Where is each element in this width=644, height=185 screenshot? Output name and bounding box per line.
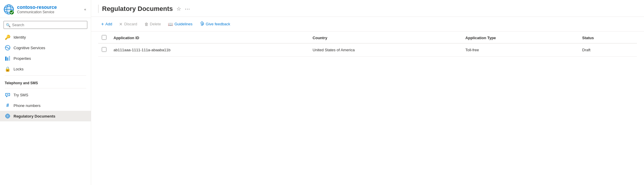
row-checkbox-cell [98,43,110,57]
sidebar-item-identity[interactable]: 🔑 Identity [0,32,91,42]
add-label: Add [105,22,112,26]
sidebar-item-locks-label: Locks [14,67,24,71]
add-icon: + [101,22,104,27]
svg-rect-8 [7,57,8,61]
discard-label: Discard [124,22,137,26]
table-row[interactable]: ab111aaa-1111-111a-abaaba11b United Stat… [98,43,637,57]
identity-icon: 🔑 [5,34,11,40]
discard-button[interactable]: ✕ Discard [116,20,140,28]
phone-numbers-icon: # [5,103,11,108]
col-application-type: Application Type [462,32,579,43]
sidebar-item-phone-numbers-label: Phone numbers [14,103,41,108]
sidebar-item-regulatory-label: Regulatory Documents [14,114,55,118]
telephony-section-label: Telephony and SMS [0,77,91,87]
table-area: Application ID Country Application Type … [91,32,644,185]
delete-label: Delete [150,22,161,26]
col-country: Country [309,32,462,43]
discard-icon: ✕ [119,22,123,27]
regulatory-table: Application ID Country Application Type … [98,32,637,57]
col-status: Status [579,32,637,43]
svg-point-19 [203,24,203,24]
give-feedback-button[interactable]: Give feedback [197,20,233,28]
cell-country: United States of America [309,43,462,57]
locks-icon: 🔒 [5,66,11,72]
more-options-icon[interactable]: ⋯ [185,6,190,12]
regulatory-documents-icon [5,113,11,119]
nav-divider-2 [5,88,86,88]
svg-rect-7 [5,57,6,61]
guidelines-button[interactable]: 📖 Guidelines [165,20,195,28]
resource-name[interactable]: contoso-resource [17,5,80,10]
toolbar: + Add ✕ Discard 🗑 Delete 📖 Guidelines Gi… [91,17,644,32]
nav-divider [5,75,86,76]
page-header: Regulatory Documents ☆ ⋯ [91,0,644,17]
sidebar-header: contoso-resource Communication Service « [0,0,91,18]
sidebar: contoso-resource Communication Service «… [0,0,91,185]
table-header-row: Application ID Country Application Type … [98,32,637,43]
sidebar-item-try-sms[interactable]: Try SMS [0,90,91,100]
col-application-id: Application ID [110,32,309,43]
delete-button[interactable]: 🗑 Delete [141,20,164,28]
search-icon: 🔍 [6,23,11,27]
guidelines-icon: 📖 [168,22,173,27]
header-checkbox-cell [98,32,110,43]
row-select-checkbox[interactable] [102,47,106,52]
sidebar-item-identity-label: Identity [14,35,26,39]
sidebar-item-phone-numbers[interactable]: # Phone numbers [0,100,91,111]
try-sms-icon [5,92,11,98]
sidebar-search-row: 🔍 [0,18,91,32]
properties-icon [5,55,11,61]
feedback-label: Give feedback [206,22,230,26]
cell-application-type: Toll-free [462,43,579,57]
sidebar-item-try-sms-label: Try SMS [14,93,28,97]
main-content: Regulatory Documents ☆ ⋯ + Add ✕ Discard… [91,0,644,185]
page-title: Regulatory Documents [102,5,173,13]
resource-type: Communication Service [17,10,80,14]
sidebar-title-block: contoso-resource Communication Service [17,5,80,14]
sidebar-item-locks[interactable]: 🔒 Locks [0,64,91,74]
favorite-icon[interactable]: ☆ [176,6,181,12]
cell-status: Draft [579,43,637,57]
header-divider [98,5,99,13]
feedback-icon [200,21,204,27]
cognitive-services-icon [5,45,11,51]
sidebar-item-cognitive-label: Cognitive Services [14,46,45,50]
search-wrap: 🔍 [4,21,87,29]
collapse-sidebar-button[interactable]: « [83,6,87,13]
sidebar-item-properties-label: Properties [14,56,31,61]
svg-rect-9 [9,56,10,61]
app-logo [4,4,14,15]
search-input[interactable] [4,21,87,29]
add-button[interactable]: + Add [98,20,115,28]
sidebar-nav: 🔑 Identity Cognitive Services Properties… [0,32,91,185]
delete-icon: 🗑 [144,22,149,27]
select-all-checkbox[interactable] [102,35,106,40]
guidelines-label: Guidelines [174,22,192,26]
sidebar-item-cognitive-services[interactable]: Cognitive Services [0,42,91,53]
sidebar-item-properties[interactable]: Properties [0,53,91,64]
cell-application-id: ab111aaa-1111-111a-abaaba11b [110,43,309,57]
sidebar-item-regulatory-documents[interactable]: Regulatory Documents [0,111,91,121]
